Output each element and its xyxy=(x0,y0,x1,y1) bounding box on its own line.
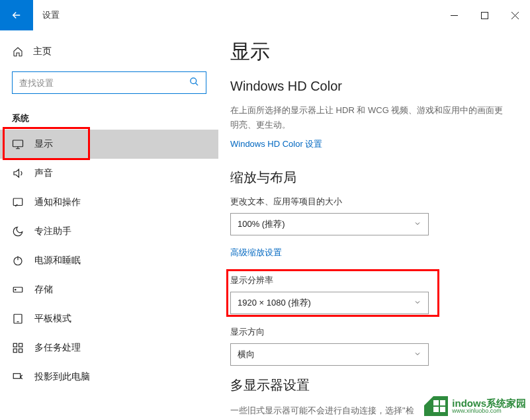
sound-icon xyxy=(12,167,24,179)
project-icon xyxy=(12,371,24,383)
sidebar-item-label: 声音 xyxy=(34,167,53,179)
sidebar-item-display[interactable]: 显示 xyxy=(0,130,218,159)
svg-rect-9 xyxy=(19,343,22,347)
svg-rect-10 xyxy=(13,349,17,353)
sidebar-item-sound[interactable]: 声音 xyxy=(0,159,218,188)
sidebar-item-label: 平板模式 xyxy=(34,313,71,325)
focus-icon xyxy=(12,226,24,237)
window-title: 设置 xyxy=(33,0,69,30)
back-button[interactable] xyxy=(0,0,33,30)
home-label: 主页 xyxy=(33,46,52,58)
scale-field-label: 更改文本、应用等项目的大小 xyxy=(230,196,511,208)
orientation-label: 显示方向 xyxy=(230,326,511,338)
svg-rect-0 xyxy=(481,12,488,19)
resolution-value: 1920 × 1080 (推荐) xyxy=(238,297,311,309)
close-button[interactable] xyxy=(500,0,530,30)
tablet-icon xyxy=(12,313,24,325)
sidebar-item-storage[interactable]: 存储 xyxy=(0,275,218,304)
main-content: 显示 Windows HD Color 在上面所选择的显示器上让 HDR 和 W… xyxy=(218,30,530,420)
advanced-scale-link[interactable]: 高级缩放设置 xyxy=(230,247,282,259)
chevron-down-icon xyxy=(414,220,421,230)
power-icon xyxy=(12,255,24,267)
resolution-select[interactable]: 1920 × 1080 (推荐) xyxy=(230,292,429,314)
hdcolor-desc: 在上面所选择的显示器上让 HDR 和 WCG 视频、游戏和应用中的画面更明亮、更… xyxy=(230,103,511,132)
sidebar-item-label: 多任务处理 xyxy=(34,342,81,354)
home-icon xyxy=(12,46,24,58)
sidebar-item-power[interactable]: 电源和睡眠 xyxy=(0,246,218,275)
svg-rect-8 xyxy=(13,343,17,347)
resolution-label: 显示分辨率 xyxy=(230,274,511,286)
watermark-logo-icon xyxy=(424,396,448,416)
chevron-down-icon xyxy=(414,298,421,308)
home-link[interactable]: 主页 xyxy=(0,38,218,65)
sidebar-item-label: 专注助手 xyxy=(34,226,71,237)
orientation-value: 横向 xyxy=(238,349,255,360)
sidebar-item-label: 电源和睡眠 xyxy=(34,255,81,267)
hdcolor-title: Windows HD Color xyxy=(230,79,511,94)
sidebar-item-notifications[interactable]: 通知和操作 xyxy=(0,188,218,217)
maximize-button[interactable] xyxy=(469,0,500,30)
scale-value: 100% (推荐) xyxy=(238,218,285,230)
sidebar-item-label: 通知和操作 xyxy=(34,196,81,208)
sidebar-item-label: 投影到此电脑 xyxy=(34,371,90,383)
orientation-select[interactable]: 横向 xyxy=(230,343,429,366)
display-icon xyxy=(12,138,24,150)
hdcolor-link[interactable]: Windows HD Color 设置 xyxy=(230,138,322,150)
scale-select[interactable]: 100% (推荐) xyxy=(230,213,429,235)
multitask-icon xyxy=(12,342,24,354)
svg-rect-3 xyxy=(13,198,22,206)
sidebar-item-label: 显示 xyxy=(34,138,53,150)
page-title: 显示 xyxy=(230,38,511,65)
search-input[interactable] xyxy=(19,78,189,88)
category-label: 系统 xyxy=(0,103,218,130)
storage-icon xyxy=(12,284,24,296)
svg-rect-2 xyxy=(13,140,23,147)
watermark-brand: indows系统家园 www.xinluobo.com xyxy=(452,398,526,414)
svg-point-1 xyxy=(191,77,197,83)
search-box[interactable] xyxy=(12,71,206,94)
sidebar-item-project[interactable]: 投影到此电脑 xyxy=(0,362,218,392)
chevron-down-icon xyxy=(414,350,421,360)
titlebar: 设置 xyxy=(0,0,530,30)
watermark: indows系统家园 www.xinluobo.com xyxy=(424,396,526,416)
svg-rect-12 xyxy=(13,374,21,379)
svg-rect-11 xyxy=(19,349,22,353)
sidebar: 主页 系统 显示 声音 通知和操作 xyxy=(0,30,218,420)
multi-title: 多显示器设置 xyxy=(230,376,511,394)
sidebar-item-label: 存储 xyxy=(34,284,53,296)
minimize-button[interactable] xyxy=(439,0,469,30)
sidebar-item-multitask[interactable]: 多任务处理 xyxy=(0,333,218,362)
svg-point-6 xyxy=(15,289,17,290)
sidebar-item-tablet[interactable]: 平板模式 xyxy=(0,304,218,333)
notifications-icon xyxy=(12,196,24,208)
scale-title: 缩放与布局 xyxy=(230,169,511,187)
search-icon xyxy=(189,77,199,89)
sidebar-item-focus[interactable]: 专注助手 xyxy=(0,217,218,246)
